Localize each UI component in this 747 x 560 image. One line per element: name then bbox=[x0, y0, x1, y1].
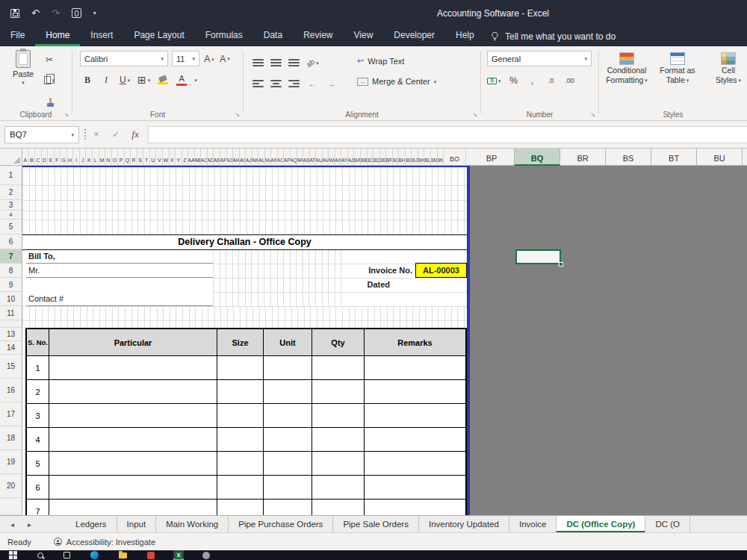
column-header-u[interactable]: U bbox=[150, 149, 157, 166]
column-header-ao[interactable]: AO bbox=[278, 149, 285, 166]
row-header-1[interactable]: 1 bbox=[0, 166, 22, 185]
column-header-bj[interactable]: BJ bbox=[412, 149, 418, 166]
column-header-r[interactable]: R bbox=[131, 149, 137, 166]
percent-style-button[interactable]: % bbox=[508, 73, 520, 88]
column-header-az[interactable]: AZ bbox=[348, 149, 355, 166]
table-cell[interactable] bbox=[49, 380, 217, 403]
table-cell[interactable] bbox=[365, 428, 465, 451]
column-header-bc[interactable]: BC bbox=[368, 149, 374, 166]
table-cell[interactable] bbox=[312, 500, 365, 515]
table-cell[interactable] bbox=[365, 380, 465, 403]
align-right-icon[interactable] bbox=[288, 80, 300, 87]
column-header-t[interactable]: T bbox=[143, 149, 150, 166]
row-header-15[interactable]: 15 bbox=[0, 355, 22, 379]
excel-button[interactable] bbox=[173, 550, 184, 560]
sheet-tab-pipe-purchase-orders[interactable]: Pipe Purchase Orders bbox=[229, 516, 333, 532]
column-header-m[interactable]: M bbox=[99, 149, 106, 166]
chevron-down-icon[interactable] bbox=[194, 78, 197, 83]
column-header-d[interactable]: D bbox=[42, 149, 49, 166]
align-bottom-icon[interactable] bbox=[288, 59, 300, 66]
column-header-bp[interactable]: BP bbox=[469, 149, 515, 166]
column-header-aj[interactable]: AJ bbox=[246, 149, 252, 166]
column-header-ak[interactable]: AK bbox=[252, 149, 259, 166]
column-header-e[interactable]: E bbox=[48, 149, 55, 166]
column-header-ap[interactable]: AP bbox=[284, 149, 291, 166]
column-header-bk[interactable]: BK bbox=[418, 149, 425, 166]
column-header-f[interactable]: F bbox=[55, 149, 61, 166]
increase-decimal-button[interactable]: .0 bbox=[545, 73, 557, 88]
redo-icon[interactable] bbox=[52, 8, 60, 18]
table-cell[interactable] bbox=[217, 356, 264, 379]
quick-access-customize-icon[interactable] bbox=[93, 10, 96, 16]
conditional-formatting-button[interactable]: Conditional Formatting bbox=[604, 52, 650, 84]
table-cell[interactable] bbox=[217, 476, 264, 499]
sheet-tab-invoice[interactable]: Invoice bbox=[509, 516, 557, 532]
column-header-af[interactable]: AF bbox=[220, 149, 227, 166]
column-header-ae[interactable]: AE bbox=[214, 149, 220, 166]
wrap-text-button[interactable]: Wrap Text bbox=[357, 56, 404, 66]
formula-input[interactable] bbox=[148, 126, 747, 143]
row-header-11[interactable]: 11 bbox=[0, 306, 22, 320]
dated-label-cell[interactable]: Dated bbox=[306, 278, 390, 292]
font-color-button[interactable]: A bbox=[176, 72, 187, 88]
start-button[interactable] bbox=[7, 550, 19, 560]
table-cell[interactable] bbox=[365, 500, 465, 515]
ribbon-tab-data[interactable]: Data bbox=[253, 26, 293, 46]
column-header-bf[interactable]: BF bbox=[386, 149, 393, 166]
column-header-ba[interactable]: BA bbox=[354, 149, 361, 166]
search-button[interactable] bbox=[36, 550, 45, 560]
clipboard-dialog-launcher-icon[interactable] bbox=[63, 112, 69, 118]
name-box[interactable]: BQ7 bbox=[4, 126, 79, 143]
challan-table[interactable]: S. No.ParticularSizeUnitQtyRemarks123456… bbox=[25, 328, 467, 515]
table-header-s-no[interactable]: S. No. bbox=[27, 329, 49, 355]
column-header-aq[interactable]: AQ bbox=[291, 149, 297, 166]
fill-handle[interactable] bbox=[559, 262, 563, 267]
row-header-10[interactable]: 10 bbox=[0, 292, 22, 306]
column-header-v[interactable]: V bbox=[156, 149, 163, 166]
grow-font-button[interactable]: A bbox=[203, 52, 215, 66]
row-header-4[interactable]: 4 bbox=[0, 211, 22, 220]
ribbon-tab-view[interactable]: View bbox=[344, 26, 384, 46]
row-header-20[interactable]: 20 bbox=[0, 474, 22, 498]
column-header-y[interactable]: Y bbox=[176, 149, 182, 166]
edge-button[interactable] bbox=[89, 550, 100, 560]
selected-cell[interactable] bbox=[515, 249, 561, 264]
column-header-br[interactable]: BR bbox=[560, 149, 606, 166]
table-cell[interactable] bbox=[365, 452, 465, 475]
enter-icon[interactable] bbox=[106, 129, 125, 140]
column-header-an[interactable]: AN bbox=[271, 149, 278, 166]
column-header-h[interactable]: H bbox=[67, 149, 74, 166]
format-painter-button[interactable] bbox=[43, 93, 55, 108]
paste-button[interactable]: Paste bbox=[6, 50, 40, 85]
column-header-am[interactable]: AM bbox=[265, 149, 272, 166]
number-dialog-launcher-icon[interactable] bbox=[590, 112, 595, 118]
ribbon-tab-review[interactable]: Review bbox=[293, 26, 343, 46]
table-cell[interactable] bbox=[312, 452, 365, 475]
column-header-be[interactable]: BE bbox=[380, 149, 387, 166]
fill-color-button[interactable] bbox=[157, 72, 169, 88]
tell-me[interactable]: Tell me what you want to do bbox=[490, 26, 616, 46]
borders-button[interactable] bbox=[137, 72, 150, 87]
row-header-7[interactable]: 7 bbox=[0, 249, 22, 264]
sheet-tab-inventory-updated[interactable]: Inventory Updated bbox=[419, 516, 509, 532]
comma-style-button[interactable]: , bbox=[527, 73, 539, 88]
invoice-number-cell[interactable]: AL-00003 bbox=[415, 263, 467, 278]
column-header-al[interactable]: AL bbox=[258, 149, 265, 166]
column-header-x[interactable]: X bbox=[170, 149, 176, 166]
sno-cell[interactable]: 5 bbox=[27, 452, 49, 475]
table-cell[interactable] bbox=[312, 380, 365, 403]
task-view-button[interactable] bbox=[62, 550, 72, 560]
row-header-9[interactable]: 9 bbox=[0, 278, 22, 292]
column-header-bn[interactable]: BN bbox=[438, 149, 444, 166]
bill-to-cell[interactable]: Bill To, bbox=[26, 249, 213, 264]
column-header-s[interactable]: S bbox=[137, 149, 144, 166]
table-cell[interactable] bbox=[264, 380, 312, 403]
table-header-particular[interactable]: Particular bbox=[49, 329, 217, 355]
row-header-21[interactable] bbox=[0, 498, 22, 515]
format-as-table-button[interactable]: Format as Table bbox=[654, 52, 701, 84]
column-header-ai[interactable]: AI bbox=[240, 149, 247, 166]
table-cell[interactable] bbox=[312, 356, 365, 379]
row-header-13[interactable]: 13 bbox=[0, 328, 22, 341]
sheet-tab-input[interactable]: Input bbox=[117, 516, 157, 532]
app-red-button[interactable] bbox=[146, 550, 156, 560]
